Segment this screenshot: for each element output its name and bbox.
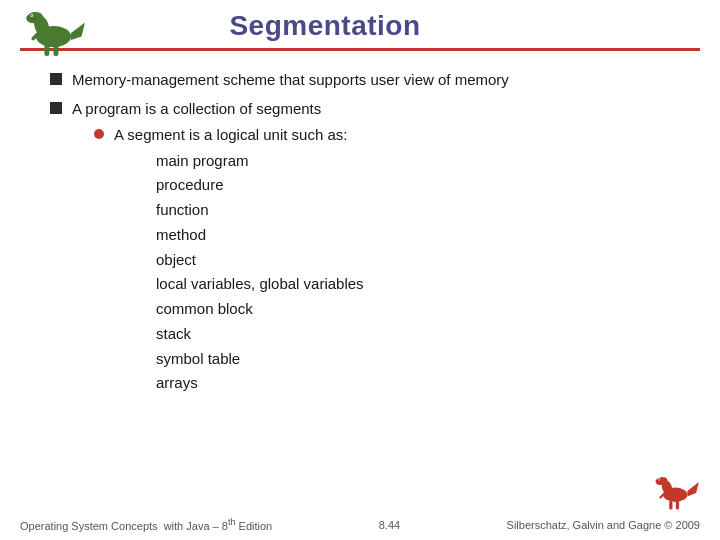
bullet-square-icon-2 bbox=[50, 102, 62, 114]
sub-bullet-container: A segment is a logical unit such as: mai… bbox=[94, 124, 364, 396]
list-item-10: arrays bbox=[156, 371, 364, 396]
bullet-text-2: A program is a collection of segments bbox=[72, 100, 321, 117]
list-item-7: common block bbox=[156, 297, 364, 322]
list-item-9: symbol table bbox=[156, 347, 364, 372]
svg-rect-7 bbox=[44, 44, 49, 57]
svg-rect-16 bbox=[669, 501, 672, 510]
svg-point-15 bbox=[659, 479, 660, 480]
sub-bullet-item-1: A segment is a logical unit such as: mai… bbox=[94, 124, 364, 396]
list-item-6: local variables, global variables bbox=[156, 272, 364, 297]
footer-left-text: Operating System Concepts with Java – 8t… bbox=[20, 517, 272, 532]
title-area: Segmentation bbox=[20, 10, 700, 42]
list-item-2: procedure bbox=[156, 173, 364, 198]
list-item-4: method bbox=[156, 223, 364, 248]
list-item-1: main program bbox=[156, 149, 364, 174]
list-item-5: object bbox=[156, 248, 364, 273]
footer: Operating System Concepts with Java – 8t… bbox=[0, 517, 720, 532]
dinosaur-bottom-icon bbox=[645, 470, 700, 515]
sub-bullet-text-1: A segment is a logical unit such as: bbox=[114, 126, 347, 143]
bullet-text-1: Memory-management scheme that supports u… bbox=[72, 69, 509, 92]
bullet-circle-icon bbox=[94, 129, 104, 139]
bullet-square-icon bbox=[50, 73, 62, 85]
list-item-8: stack bbox=[156, 322, 364, 347]
bullet-item-2: A program is a collection of segments A … bbox=[50, 98, 690, 401]
svg-rect-17 bbox=[676, 501, 679, 510]
page-title: Segmentation bbox=[229, 10, 420, 41]
main-content: Memory-management scheme that supports u… bbox=[0, 51, 720, 416]
header: Segmentation bbox=[0, 0, 720, 42]
footer-page-number: 8.44 bbox=[379, 519, 400, 531]
list-items: main program procedure function method o… bbox=[156, 149, 364, 397]
list-item-3: function bbox=[156, 198, 364, 223]
footer-copyright: Silberschatz, Galvin and Gagne © 2009 bbox=[507, 519, 700, 531]
svg-rect-8 bbox=[54, 44, 59, 57]
bullet-item-1: Memory-management scheme that supports u… bbox=[50, 69, 690, 92]
svg-marker-11 bbox=[687, 482, 699, 496]
